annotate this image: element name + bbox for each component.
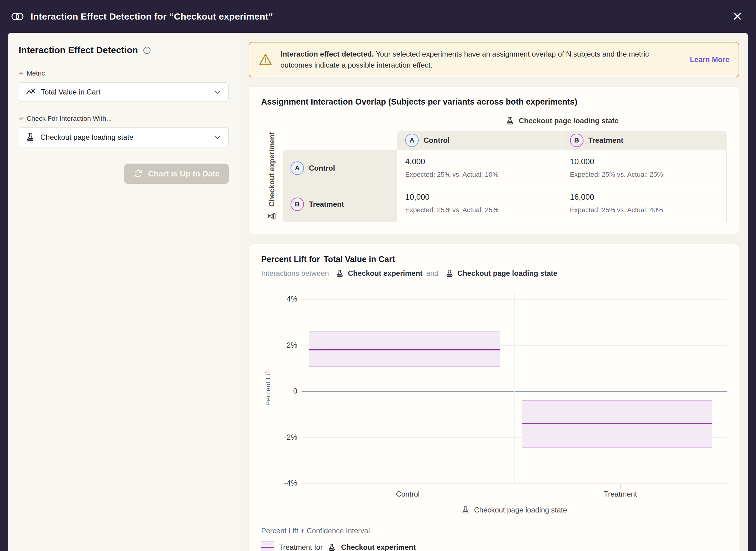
flask-icon <box>26 133 35 142</box>
cell-detail: Expected: 25% vs. Actual: 40% <box>570 206 719 214</box>
category-divider-gridline <box>514 292 515 484</box>
chart-up-to-date-label: Chart is Up to Date <box>148 169 220 178</box>
legend-title: Percent Lift + Confidence Interval <box>261 527 727 535</box>
learn-more-link[interactable]: Learn More <box>690 55 729 64</box>
y-tick-label: 2% <box>287 341 297 350</box>
info-icon[interactable] <box>143 46 151 54</box>
column-experiment-text: Checkout page loading state <box>519 116 619 125</box>
required-asterisk-icon: ✳ <box>19 116 24 122</box>
metric-select-value: Total Value in Cart <box>41 88 208 96</box>
modal-title: Interaction Effect Detection for “Checko… <box>31 11 273 22</box>
variant-a-badge: A <box>405 134 419 147</box>
chart-subtitle-and: and <box>426 269 438 278</box>
row-header-treatment: B Treatment <box>283 186 397 222</box>
flask-icon <box>461 506 470 514</box>
cell-value: 16,000 <box>570 192 719 202</box>
row-header-control-label: Control <box>309 164 335 172</box>
chart-subtitle-prefix: Interactions between <box>261 269 329 278</box>
interaction-select-value: Checkout page loading state <box>40 133 208 141</box>
x-axis-category-labels: ControlTreatment <box>302 484 727 500</box>
modal-body: Interaction Effect Detection ✳ Metric To… <box>8 33 748 551</box>
flask-icon <box>445 269 454 278</box>
y-tick-label: -4% <box>284 479 297 487</box>
overlap-table-title: Assignment Interaction Overlap (Subjects… <box>261 97 727 107</box>
metric-select[interactable]: Total Value in Cart <box>19 82 229 102</box>
row-header-treatment-label: Treatment <box>309 200 344 208</box>
flask-icon <box>267 211 277 221</box>
chart-title-prefix: Percent Lift for <box>261 255 320 264</box>
flask-icon <box>505 116 514 125</box>
legend-entry-experiment: Checkout experiment <box>341 543 416 551</box>
row-experiment-axis: Checkout experiment <box>261 130 283 222</box>
row-header-control: A Control <box>283 150 397 186</box>
column-experiment-label: Checkout page loading state <box>397 111 727 130</box>
column-header-treatment: B Treatment <box>562 130 727 150</box>
table-cell: 10,000 Expected: 25% vs. Actual: 25% <box>562 150 727 186</box>
warning-triangle-icon <box>259 53 273 67</box>
flask-icon <box>328 543 336 551</box>
interaction-select[interactable]: Checkout page loading state <box>19 127 229 147</box>
variant-a-badge: A <box>291 161 304 175</box>
chart-up-to-date-button[interactable]: Chart is Up to Date <box>124 163 229 184</box>
plot-area <box>302 291 727 484</box>
table-cell: 4,000 Expected: 25% vs. Actual: 10% <box>397 150 562 186</box>
warning-message: Interaction effect detected. Your select… <box>281 49 682 71</box>
table-corner-cell <box>283 130 397 150</box>
warning-message-bold: Interaction effect detected. <box>281 50 374 58</box>
close-button[interactable]: ✕ <box>732 10 743 23</box>
column-header-control: A Control <box>397 130 562 150</box>
refresh-icon <box>133 169 143 178</box>
cell-detail: Expected: 25% vs. Actual: 10% <box>405 171 554 178</box>
column-header-control-label: Control <box>424 136 450 145</box>
cell-detail: Expected: 25% vs. Actual: 25% <box>570 171 719 178</box>
percent-lift-card: Percent Lift for Total Value in Cart Int… <box>249 244 739 551</box>
x-category-label: Treatment <box>604 490 637 498</box>
y-axis-ticks: 4%2%0-2%-4% <box>275 291 302 484</box>
venn-diagram-icon <box>11 12 24 21</box>
chart-subtitle: Interactions between Checkout experiment… <box>261 269 727 278</box>
modal-header: Interaction Effect Detection for “Checko… <box>0 0 756 33</box>
panel-title-row: Interaction Effect Detection <box>19 45 229 55</box>
chevron-down-icon <box>213 133 222 141</box>
percent-lift-chart: Percent Lift 4%2%0-2%-4% <box>261 291 727 484</box>
column-header-treatment-label: Treatment <box>589 136 624 145</box>
interaction-label-text: Check For Interaction With... <box>27 115 112 123</box>
results-panel: Interaction effect detected. Your select… <box>240 33 748 551</box>
y-tick-label: 0 <box>293 387 297 395</box>
confidence-interval-swatch-icon <box>261 541 274 551</box>
chevron-down-icon <box>213 88 222 96</box>
settings-panel: Interaction Effect Detection ✳ Metric To… <box>8 33 240 551</box>
cell-value: 4,000 <box>405 157 554 166</box>
chart-subtitle-experiment-2: Checkout page loading state <box>457 269 557 278</box>
chart-title: Percent Lift for Total Value in Cart <box>261 255 727 264</box>
chart-subtitle-experiment-1: Checkout experiment <box>348 269 422 278</box>
chart-title-metric: Total Value in Cart <box>324 255 395 264</box>
interaction-warning-banner: Interaction effect detected. Your select… <box>249 42 739 77</box>
metric-field-label: ✳ Metric <box>19 69 229 77</box>
y-tick-label: 4% <box>287 295 297 303</box>
metric-label-text: Metric <box>27 69 45 77</box>
table-cell: 16,000 Expected: 25% vs. Actual: 40% <box>562 186 727 222</box>
x-axis-caption: Checkout page loading state <box>302 506 727 514</box>
x-category-label: Control <box>396 490 420 498</box>
percent-lift-line <box>522 423 712 424</box>
panel-title: Interaction Effect Detection <box>19 45 138 55</box>
metric-icon <box>26 87 35 97</box>
overlap-table: Checkout experiment A Control B Treatmen… <box>261 130 727 222</box>
percent-lift-line <box>309 349 500 351</box>
cell-detail: Expected: 25% vs. Actual: 25% <box>405 206 554 214</box>
variant-b-badge: B <box>570 134 584 147</box>
interaction-field-label: ✳ Check For Interaction With... <box>19 115 229 123</box>
row-experiment-label: Checkout experiment <box>267 132 277 221</box>
flask-icon <box>336 269 344 278</box>
y-tick-label: -2% <box>284 433 297 442</box>
cell-value: 10,000 <box>570 157 719 166</box>
cell-value: 10,000 <box>405 192 554 202</box>
required-asterisk-icon: ✳ <box>19 71 24 76</box>
row-experiment-text: Checkout experiment <box>268 132 276 207</box>
overlap-table-card: Assignment Interaction Overlap (Subjects… <box>249 86 739 235</box>
y-axis-label: Percent Lift <box>264 370 272 406</box>
legend-entry: Treatment for Checkout experiment <box>261 541 727 551</box>
variant-b-badge: B <box>291 197 304 211</box>
x-axis-caption-text: Checkout page loading state <box>474 506 567 514</box>
